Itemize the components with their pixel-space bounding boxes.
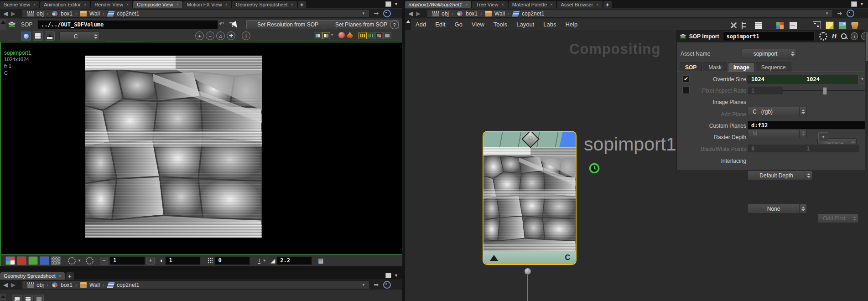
forward-icon[interactable]: ▶: [416, 10, 421, 17]
crumb-obj[interactable]: obj: [429, 10, 452, 17]
radial-menu-icon[interactable]: [383, 281, 391, 289]
raster-depth-menu-icon[interactable]: ▼: [818, 132, 828, 141]
override-size-x-input[interactable]: 1024: [748, 75, 804, 83]
plane-list-icon[interactable]: [33, 31, 43, 41]
node-sopimport1[interactable]: C: [483, 131, 577, 265]
pan-view-icon[interactable]: ✚: [227, 31, 235, 40]
tab-geometry-spreadsheet[interactable]: Geometry Spreadsheet×: [232, 1, 297, 8]
brightness-input[interactable]: 1: [109, 256, 145, 265]
pixel-aspect-slider[interactable]: [782, 90, 865, 91]
crumb-box1[interactable]: box1: [48, 10, 75, 17]
path-dropdown-icon[interactable]: ▼: [823, 11, 831, 16]
white-point-input[interactable]: 1: [803, 144, 859, 153]
back-icon[interactable]: ◀: [408, 10, 413, 17]
crumb-box1[interactable]: box1: [48, 282, 75, 288]
close-icon[interactable]: ×: [33, 3, 36, 7]
forward-icon[interactable]: ▶: [11, 281, 16, 288]
tab-render-view[interactable]: Render View×: [91, 1, 132, 8]
takes-icon[interactable]: [851, 22, 858, 29]
menu-add[interactable]: Add: [411, 21, 431, 28]
tab-image[interactable]: Image: [728, 62, 755, 72]
gamma-input[interactable]: 2.2: [276, 256, 312, 265]
pane-maximize-icon[interactable]: [385, 273, 391, 278]
grid-plain-icon[interactable]: [383, 32, 391, 39]
black-point-input[interactable]: 0: [748, 144, 804, 153]
crumb-box1[interactable]: box1: [453, 10, 480, 17]
color-palette-icon[interactable]: [775, 21, 785, 30]
menu-edit[interactable]: Edit: [431, 21, 450, 28]
radial-menu-icon[interactable]: [847, 10, 854, 17]
help-icon[interactable]: ?: [390, 21, 399, 29]
spreadsheet-prims-icon[interactable]: [34, 295, 44, 301]
tab-tree-view[interactable]: Tree View×: [472, 1, 507, 8]
crumb-obj[interactable]: obj: [24, 10, 47, 17]
new-tab-button[interactable]: +: [66, 272, 74, 280]
gamma-curve-icon[interactable]: ◢: [270, 257, 275, 264]
node-display-triangle[interactable]: [490, 255, 498, 261]
close-icon[interactable]: ×: [465, 3, 468, 7]
tab-geometry-spreadsheet-bottom[interactable]: Geometry Spreadsheet×: [0, 272, 65, 280]
single-view-icon[interactable]: [322, 32, 330, 39]
tree-icon[interactable]: [742, 22, 750, 29]
background-image-icon[interactable]: [838, 21, 847, 29]
pin-icon[interactable]: [374, 283, 379, 287]
close-icon[interactable]: ×: [176, 3, 178, 7]
menu-layout[interactable]: Layout: [512, 21, 539, 28]
menu-view[interactable]: View: [467, 21, 489, 28]
image-planes-select[interactable]: C (rgb): [748, 107, 807, 116]
info-icon[interactable]: i: [851, 32, 858, 40]
undo-icon[interactable]: ↶: [219, 21, 224, 27]
override-size-y-input[interactable]: 1024: [803, 75, 859, 83]
preview-b-icon[interactable]: [86, 257, 94, 265]
home-view-icon[interactable]: ⌂: [216, 31, 225, 40]
pane-divider-horizontal[interactable]: [0, 266, 402, 271]
range-dropdown-icon[interactable]: ▼: [260, 259, 268, 263]
new-tab-button[interactable]: +: [298, 1, 306, 8]
asset-name-select[interactable]: sopimport: [742, 49, 796, 58]
alpha-channel-icon[interactable]: [51, 256, 61, 265]
add-plane-select[interactable]: M: [748, 129, 807, 138]
close-icon[interactable]: ×: [225, 3, 228, 7]
tab-sequence[interactable]: Sequence: [756, 62, 791, 72]
grid-green-icon[interactable]: [367, 32, 375, 39]
tools-icon[interactable]: [730, 22, 737, 29]
crumb-cop2net1[interactable]: cop2net1: [104, 10, 142, 17]
crumb-wall[interactable]: Wall: [77, 282, 103, 288]
close-icon[interactable]: ×: [501, 3, 504, 7]
tab-network-path[interactable]: /obj/box1/Wall/cop2net1×: [405, 1, 471, 8]
info-icon[interactable]: i: [242, 31, 250, 40]
contrast-icon[interactable]: ◐: [160, 257, 164, 264]
preview-a-icon[interactable]: [68, 257, 76, 265]
pin-icon[interactable]: [374, 11, 379, 16]
path-dropdown-icon[interactable]: ▼: [360, 283, 367, 287]
sticky-note-icon[interactable]: [826, 21, 834, 29]
parameters-table-icon[interactable]: [789, 21, 797, 29]
tab-motion-fx-view[interactable]: Motion FX View×: [183, 1, 231, 8]
sop-path-input[interactable]: ../../OUT_SDFVolume: [37, 20, 218, 29]
red-channel-icon[interactable]: [17, 256, 26, 265]
split-view-icon[interactable]: [314, 32, 322, 39]
menu-labs[interactable]: Labs: [539, 21, 561, 28]
tab-scene-view[interactable]: Scene View×: [0, 1, 39, 8]
node-flag-blue[interactable]: [559, 132, 576, 147]
pin-icon[interactable]: [837, 11, 842, 16]
pane-maximize-icon[interactable]: [851, 1, 857, 7]
tab-asset-browser[interactable]: Asset Browser×: [557, 1, 602, 8]
rgba-channels-icon[interactable]: [5, 256, 15, 265]
crumb-obj[interactable]: obj: [24, 282, 47, 288]
pixel-aspect-input[interactable]: 1: [748, 86, 783, 95]
close-icon[interactable]: ×: [84, 3, 86, 7]
forward-icon[interactable]: ▶: [11, 10, 16, 17]
crumb-wall[interactable]: Wall: [482, 10, 508, 17]
new-tab-button[interactable]: +: [603, 1, 612, 8]
view-layout-dropdown-icon[interactable]: ▼: [330, 33, 334, 37]
green-channel-icon[interactable]: [28, 256, 38, 265]
raster-depth-select[interactable]: Default Depth: [748, 171, 812, 180]
gear-icon[interactable]: [819, 32, 827, 41]
close-icon[interactable]: ×: [126, 3, 129, 7]
interlacing-select[interactable]: None: [748, 204, 807, 213]
offset-input[interactable]: 0: [214, 256, 250, 265]
display-plane-select[interactable]: C: [59, 31, 99, 41]
menu-help[interactable]: Help: [561, 21, 582, 28]
pane-menu-icon[interactable]: ▼: [860, 2, 864, 6]
